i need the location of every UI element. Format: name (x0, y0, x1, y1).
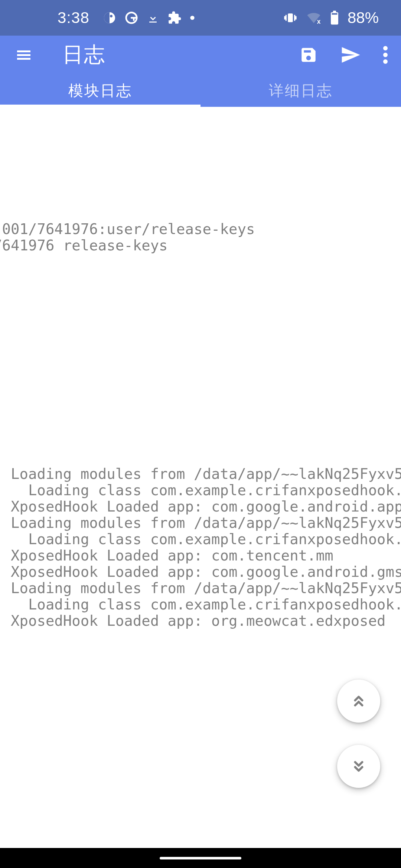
battery-icon (330, 10, 339, 25)
svg-point-1 (110, 15, 113, 17)
chevrons-down-icon (350, 758, 367, 775)
svg-rect-4 (288, 13, 293, 22)
svg-rect-7 (333, 11, 336, 13)
svg-rect-8 (332, 13, 337, 15)
scroll-top-button[interactable] (337, 680, 380, 723)
svg-rect-9 (17, 50, 30, 52)
save-button[interactable] (299, 46, 318, 64)
send-button[interactable] (340, 45, 361, 65)
svg-rect-11 (17, 58, 30, 60)
send-icon (340, 45, 361, 65)
svg-point-14 (383, 59, 388, 64)
moon-icon (103, 11, 116, 24)
status-left: 3:38 (58, 9, 195, 27)
tab-module-log[interactable]: 模块日志 (0, 74, 200, 107)
tab-label: 模块日志 (68, 80, 132, 101)
page-title: 日志 (62, 41, 299, 69)
app-bar: 日志 (0, 36, 401, 74)
log-area[interactable]: .001/7641976:user/release-keys 7641976 r… (0, 107, 401, 848)
svg-text:x: x (317, 18, 321, 25)
save-icon (299, 46, 318, 64)
status-clock: 3:38 (58, 9, 89, 27)
wifi-icon: x (306, 10, 322, 26)
vibrate-icon (283, 10, 298, 25)
dot-icon (190, 15, 195, 20)
google-icon (124, 11, 138, 25)
puzzle-icon (167, 11, 182, 25)
tab-detail-log[interactable]: 详细日志 (200, 74, 401, 107)
download-icon (147, 11, 159, 24)
battery-percentage: 88% (348, 9, 379, 27)
tabs: 模块日志 详细日志 (0, 74, 401, 107)
hamburger-icon (15, 46, 33, 64)
log-text: .001/7641976:user/release-keys 7641976 r… (0, 107, 401, 629)
svg-point-12 (383, 46, 388, 50)
status-right: x 88% (283, 9, 379, 27)
more-vert-icon (383, 46, 388, 64)
status-bar: 3:38 x 88% (0, 0, 401, 36)
svg-rect-10 (17, 54, 30, 56)
scroll-bottom-button[interactable] (337, 745, 380, 788)
svg-point-3 (190, 16, 194, 20)
appbar-actions (299, 45, 388, 65)
tab-label: 详细日志 (269, 80, 333, 101)
gesture-handle[interactable] (160, 857, 241, 859)
overflow-button[interactable] (383, 46, 388, 64)
chevrons-up-icon (350, 693, 367, 710)
menu-button[interactable] (10, 46, 37, 64)
svg-point-13 (383, 53, 388, 57)
navigation-bar (0, 848, 401, 868)
